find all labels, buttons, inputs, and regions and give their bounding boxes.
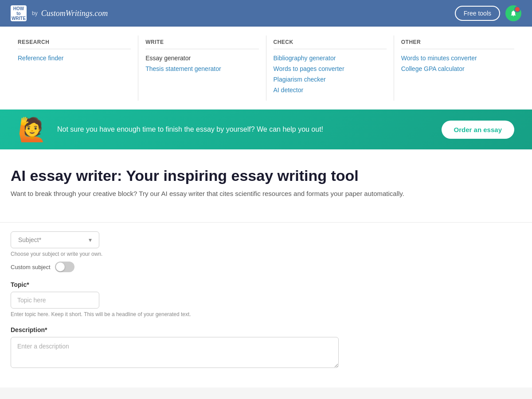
logo-site: CustomWritings.com [41,9,108,18]
topic-input[interactable] [11,292,99,309]
subject-hint: Choose your subject or write your own. [11,251,521,257]
nav-check-title: CHECK [274,39,387,49]
nav-bibliography-generator[interactable]: Bibliography generator [274,55,387,62]
logo-by: by [32,10,38,16]
nav-plagiarism-checker[interactable]: Plagiarism checker [274,76,387,83]
subject-row: Subject* ▾ Choose your subject or write … [11,231,521,272]
topic-hint: Enter topic here. Keep it short. This wi… [11,311,521,317]
banner-text: Not sure you have enough time to finish … [57,124,431,135]
promo-banner: 🙋 Not sure you have enough time to finis… [0,110,532,149]
page-title: AI essay writer: Your inspiring essay wr… [11,167,521,184]
nav-reference-finder[interactable]: Reference finder [18,55,131,62]
description-label: Description* [11,326,521,333]
nav-ai-detector[interactable]: AI detector [274,86,387,94]
nav-other: OTHER Words to minutes converter College… [394,35,521,101]
logo: HOW to WRITE by CustomWritings.com [11,5,108,21]
bell-icon [510,10,517,17]
notification-button[interactable] [505,5,521,21]
dropdown-nav: RESEARCH Reference finder WRITE Essay ge… [0,27,532,110]
nav-other-title: OTHER [401,39,514,49]
chevron-down-icon: ▾ [89,236,92,243]
nav-words-to-minutes[interactable]: Words to minutes converter [401,55,514,62]
nav-check: CHECK Bibliography generator Words to pa… [266,35,394,101]
nav-research-title: RESEARCH [18,39,131,49]
logo-icon: HOW to WRITE [11,5,27,21]
description-textarea[interactable] [11,337,339,368]
custom-subject-toggle[interactable] [55,262,74,272]
nav-gpa-calculator[interactable]: College GPA calculator [401,65,514,72]
nav-research: RESEARCH Reference finder [11,35,138,101]
topic-label: Topic* [11,281,521,288]
subject-dropdown[interactable]: Subject* ▾ [11,231,99,248]
essay-form: Subject* ▾ Choose your subject or write … [0,222,532,387]
topic-row: Topic* Enter topic here. Keep it short. … [11,281,521,317]
main-content: AI essay writer: Your inspiring essay wr… [0,149,532,222]
header-actions: Free tools [455,5,521,21]
description-row: Description* [11,326,521,370]
nav-write: WRITE Essay generator Thesis statement g… [138,35,266,101]
nav-essay-generator[interactable]: Essay generator [145,55,258,62]
nav-write-title: WRITE [145,39,258,49]
custom-subject-row: Custom subject [11,262,521,272]
subject-dropdown-label: Subject* [18,236,41,243]
page-subtitle: Want to break through your creative bloc… [11,190,521,197]
nav-words-to-pages[interactable]: Words to pages converter [274,65,387,72]
free-tools-button[interactable]: Free tools [455,6,500,21]
nav-thesis-generator[interactable]: Thesis statement generator [145,65,258,72]
header: HOW to WRITE by CustomWritings.com Free … [0,0,532,27]
banner-emoji: 🙋 [18,118,47,141]
custom-subject-label: Custom subject [11,264,51,270]
order-essay-button[interactable]: Order an essay [442,121,514,139]
